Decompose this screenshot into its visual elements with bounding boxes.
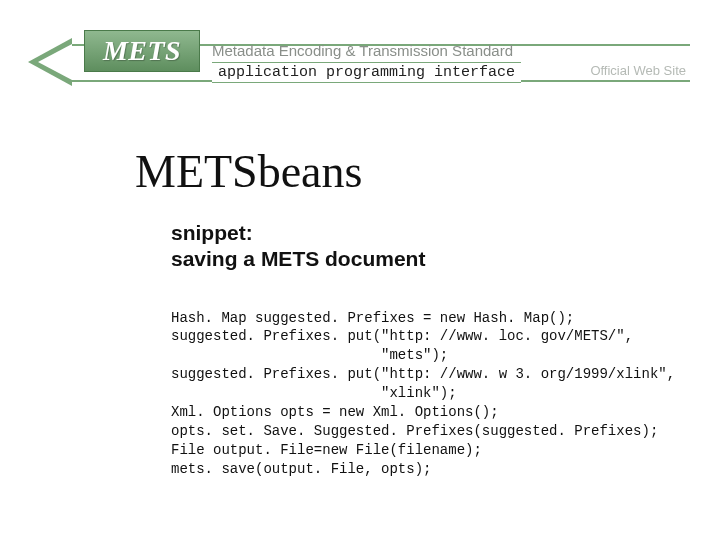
snippet-heading: snippet: saving a METS document bbox=[171, 220, 720, 273]
subtitle: application programming interface bbox=[212, 62, 521, 83]
code-snippet: Hash. Map suggested. Prefixes = new Hash… bbox=[171, 309, 720, 479]
snippet-block: snippet: saving a METS document Hash. Ma… bbox=[135, 220, 720, 479]
snippet-heading-line1: snippet: bbox=[171, 221, 253, 244]
content-area: METSbeans snippet: saving a METS documen… bbox=[0, 95, 720, 479]
snippet-heading-line2: saving a METS document bbox=[171, 247, 425, 270]
arrow-left-inner bbox=[38, 44, 72, 80]
logo-text: METS bbox=[103, 35, 181, 67]
header-banner: METS Metadata Encoding & Transmission St… bbox=[0, 0, 720, 95]
logo: METS bbox=[84, 30, 200, 72]
tagline: Metadata Encoding & Transmission Standar… bbox=[212, 42, 513, 59]
official-label: Official Web Site bbox=[590, 63, 686, 78]
page-title: METSbeans bbox=[135, 145, 720, 198]
